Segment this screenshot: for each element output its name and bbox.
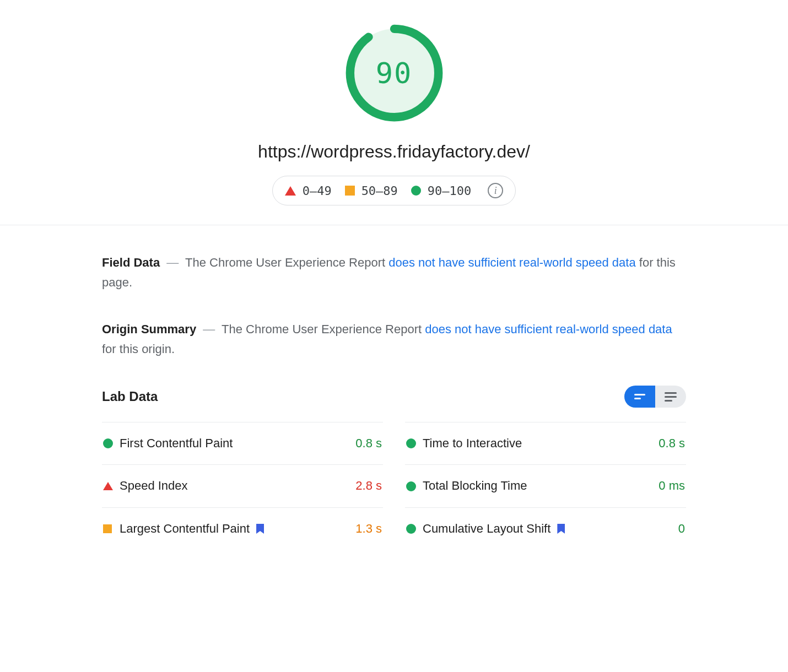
lab-data-title: Lab Data [102,386,158,408]
square-average-icon [345,186,355,196]
view-toggle-compact[interactable] [624,386,655,408]
view-toggle [624,386,686,408]
bookmark-icon [557,524,565,534]
metric-value: 0 [678,519,685,539]
metric-value: 0.8 s [659,433,685,453]
metrics-col-left: First Contentful Paint0.8 sSpeed Index2.… [102,422,383,550]
metrics-col-right: Time to Interactive0.8 sTotal Blocking T… [405,422,686,550]
score-value: 90 [376,57,413,90]
origin-summary-title: Origin Summary [102,322,196,336]
main-content: Field Data — The Chrome User Experience … [102,225,686,572]
view-toggle-expanded[interactable] [655,386,686,408]
metrics-grid: First Contentful Paint0.8 sSpeed Index2.… [102,422,686,550]
info-icon[interactable]: i [488,183,503,198]
circle-good-icon [103,438,113,448]
legend-average-range: 50–89 [361,184,398,198]
square-average-icon [103,524,112,533]
metric-label: Cumulative Layout Shift [423,519,678,539]
metric-value: 0.8 s [355,433,382,453]
metric-value: 1.3 s [355,519,382,539]
field-data-title: Field Data [102,256,160,269]
lab-data-header: Lab Data [102,386,686,408]
triangle-poor-icon [285,186,296,196]
legend-good-range: 90–100 [428,184,471,198]
field-data-link[interactable]: does not have sufficient real-world spee… [388,256,635,269]
metric-value: 0 ms [659,476,685,496]
separator-dash: — [163,256,182,269]
field-data-prefix: The Chrome User Experience Report [185,256,388,269]
metric-row[interactable]: First Contentful Paint0.8 s [102,422,383,464]
circle-good-icon [406,438,416,448]
origin-summary-section: Origin Summary — The Chrome User Experie… [102,319,686,360]
circle-good-icon [411,186,421,196]
legend-good: 90–100 [411,184,471,198]
circle-good-icon [406,524,416,534]
legend-average: 50–89 [345,184,398,198]
legend-poor-range: 0–49 [303,184,332,198]
metric-label: Time to Interactive [423,433,659,453]
bookmark-icon [256,524,264,534]
field-data-section: Field Data — The Chrome User Experience … [102,253,686,293]
metric-value: 2.8 s [355,476,382,496]
separator-dash: — [199,322,218,336]
legend-poor: 0–49 [285,184,332,198]
metric-label: Speed Index [120,476,355,496]
origin-summary-prefix: The Chrome User Experience Report [222,322,425,336]
origin-summary-suffix: for this origin. [102,342,175,356]
score-legend: 0–49 50–89 90–100 i [272,176,516,205]
origin-summary-link[interactable]: does not have sufficient real-world spee… [425,322,672,336]
compact-view-icon [634,394,645,399]
metric-row[interactable]: Largest Contentful Paint1.3 s [102,507,383,550]
triangle-poor-icon [103,482,113,490]
expanded-view-icon [665,392,677,402]
score-header: 90 https://wordpress.fridayfactory.dev/ … [0,0,788,225]
metric-row[interactable]: Cumulative Layout Shift0 [405,507,686,550]
metric-row[interactable]: Total Blocking Time0 ms [405,464,686,507]
metric-label: First Contentful Paint [120,433,355,453]
metric-label: Largest Contentful Paint [120,519,355,539]
circle-good-icon [406,481,416,491]
metric-row[interactable]: Speed Index2.8 s [102,464,383,507]
tested-url: https://wordpress.fridayfactory.dev/ [0,142,788,162]
metric-row[interactable]: Time to Interactive0.8 s [405,422,686,464]
score-gauge: 90 [343,22,445,124]
metric-label: Total Blocking Time [423,476,659,496]
